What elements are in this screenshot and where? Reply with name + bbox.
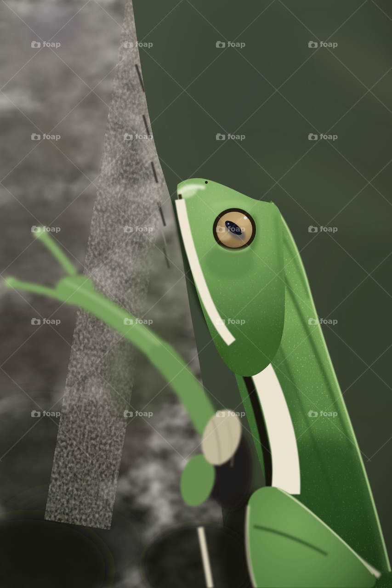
photo-stage: foapfoapfoapfoapfoapfoapfoapfoapfoapfoap… <box>0 0 392 588</box>
photo-scene <box>0 0 392 588</box>
vignette <box>0 0 392 588</box>
